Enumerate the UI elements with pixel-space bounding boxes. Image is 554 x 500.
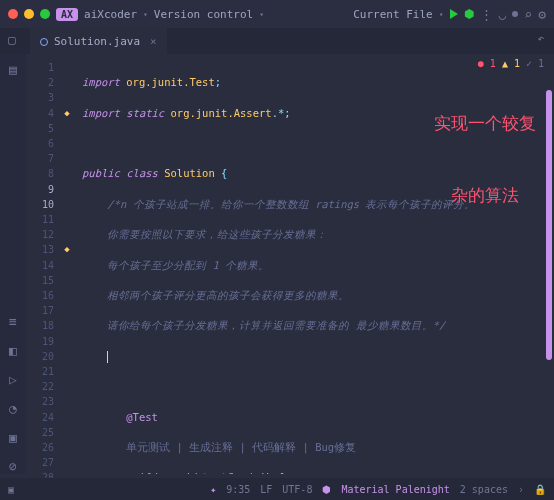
cursor <box>107 351 108 363</box>
title-bar: AX aiXcoder ▾ Version control ▾ Current … <box>0 0 554 28</box>
chevron-icon[interactable]: › <box>518 484 524 495</box>
line-sep[interactable]: LF <box>260 484 272 495</box>
chevron-down-icon[interactable]: ▾ <box>143 10 148 19</box>
user-icon[interactable]: ◡ <box>499 7 507 22</box>
bookmark-icon[interactable]: ◧ <box>9 343 17 358</box>
caret-position[interactable]: 9:35 <box>226 484 250 495</box>
tab-bar: Solution.java × <box>0 28 554 54</box>
list-icon[interactable]: ≡ <box>9 314 17 329</box>
indent[interactable]: 2 spaces <box>460 484 508 495</box>
status-bar: ▣ ✦ 9:35 LF UTF-8 ⬢ Material Palenight 2… <box>0 478 554 500</box>
search-icon[interactable]: ⌕ <box>524 7 532 22</box>
annotation-overlay: 实现一个较复 杂的算法 <box>434 64 536 256</box>
run-config[interactable]: Current File <box>353 8 432 21</box>
debug-icon[interactable]: ⬢ <box>464 7 474 21</box>
file-icon <box>40 38 48 46</box>
maximize-icon[interactable] <box>40 9 50 19</box>
tools-icon[interactable]: ▣ <box>8 484 14 495</box>
brand-badge: AX <box>56 8 78 21</box>
encoding[interactable]: UTF-8 <box>282 484 312 495</box>
editor[interactable]: import org.junit.Test; import static org… <box>74 54 554 474</box>
app-name: aiXcoder <box>84 8 137 21</box>
problems-icon[interactable]: ⊘ <box>9 459 17 474</box>
minimize-icon[interactable] <box>24 9 34 19</box>
more-icon[interactable]: ⋮ <box>480 7 493 22</box>
run-icon[interactable] <box>450 9 458 19</box>
window-controls <box>8 9 50 19</box>
git-icon[interactable]: ◔ <box>9 401 17 416</box>
status-dot-icon <box>512 11 518 17</box>
undo-icon[interactable]: ↶ <box>537 32 544 45</box>
chevron-down-icon[interactable]: ▾ <box>259 10 264 19</box>
project-icon[interactable]: ▢ <box>8 32 16 47</box>
scrollbar[interactable] <box>546 90 552 360</box>
tab-label: Solution.java <box>54 35 140 48</box>
vcs-menu[interactable]: Version control <box>154 8 253 21</box>
layers-icon[interactable]: ▤ <box>9 62 17 77</box>
gutter: 1234567891011121314151617181920212223242… <box>26 54 60 474</box>
terminal-icon[interactable]: ▣ <box>9 430 17 445</box>
theme-name[interactable]: Material Palenight <box>341 484 449 495</box>
close-icon[interactable] <box>8 9 18 19</box>
gear-icon[interactable]: ⚙ <box>538 7 546 22</box>
activity-bar: ▤ ≡ ◧ ▷ ◔ ▣ ⊘ <box>0 54 26 474</box>
play-icon[interactable]: ▷ <box>9 372 17 387</box>
close-tab-icon[interactable]: × <box>150 35 157 48</box>
marks-gutter: ◆ ◆ <box>60 54 74 474</box>
ai-icon[interactable]: ✦ <box>210 484 216 495</box>
lock-icon[interactable]: 🔒 <box>534 484 546 495</box>
tab-solution[interactable]: Solution.java × <box>30 28 167 54</box>
chevron-down-icon[interactable]: ▾ <box>439 10 444 19</box>
